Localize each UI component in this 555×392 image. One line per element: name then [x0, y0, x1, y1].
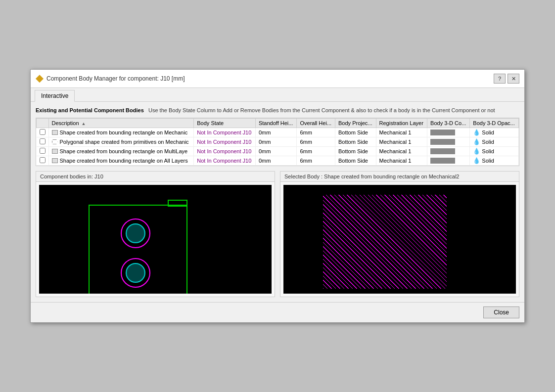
right-preview-canvas — [283, 185, 516, 294]
table-header-row: Description ▲ Body State Standoff Hei...… — [37, 118, 519, 128]
row-proj-3: Bottom Side — [335, 146, 376, 156]
row-standoff-1: 0mm — [255, 128, 297, 137]
tab-interactive[interactable]: Interactive — [35, 90, 75, 102]
col-body-3d-opac[interactable]: Body 3-D Opac... — [470, 118, 519, 128]
col-body-proj[interactable]: Body Projec... — [335, 118, 376, 128]
bodies-table: Description ▲ Body State Standoff Hei...… — [36, 118, 519, 166]
row-color-2[interactable] — [427, 137, 470, 146]
col-standoff[interactable]: Standoff Hei... — [255, 118, 297, 128]
row-icon-1 — [52, 130, 58, 135]
row-state-4[interactable]: Not In Component J10 — [194, 156, 256, 165]
opacity-icon-2: 💧 — [473, 138, 480, 145]
row-reglayer-4: Mechanical 1 — [376, 156, 427, 165]
checkbox-3[interactable] — [40, 148, 46, 154]
bodies-table-container: Description ▲ Body State Standoff Hei...… — [36, 118, 519, 166]
window-title: Component Body Manager for component: J1… — [46, 75, 185, 82]
sort-arrow: ▲ — [82, 121, 86, 126]
title-bar-left: Component Body Manager for component: J1… — [36, 75, 185, 83]
circle-inner-top — [126, 223, 145, 243]
table-row[interactable]: Shape created from bounding rectangle on… — [37, 128, 519, 137]
main-content: Existing and Potential Component Bodies … — [31, 102, 524, 302]
row-reglayer-1: Mechanical 1 — [376, 128, 427, 137]
row-check-1[interactable] — [37, 128, 49, 137]
row-overall-2: 6mm — [297, 137, 335, 146]
row-standoff-2: 0mm — [255, 137, 297, 146]
row-check-4[interactable] — [37, 156, 49, 165]
right-preview-label: Selected Body : Shape created from bound… — [280, 172, 519, 182]
tab-bar: Interactive — [31, 88, 524, 102]
color-swatch-1 — [430, 130, 455, 135]
table-row[interactable]: Shape created from bounding rectangle on… — [37, 146, 519, 156]
row-check-3[interactable] — [37, 146, 49, 156]
close-button[interactable]: Close — [483, 306, 519, 318]
opacity-icon-1: 💧 — [473, 129, 480, 136]
help-button[interactable]: ? — [494, 74, 506, 84]
row-overall-4: 6mm — [297, 156, 335, 165]
row-color-3[interactable] — [427, 146, 470, 156]
row-icon-3 — [52, 149, 58, 154]
section-description: Use the Body State Column to Add or Remo… — [148, 107, 495, 113]
row-standoff-4: 0mm — [255, 156, 297, 165]
left-preview-panel: Component bodies in: J10 — [36, 171, 275, 297]
checkbox-2[interactable] — [40, 138, 46, 144]
row-check-2[interactable] — [37, 137, 49, 146]
color-swatch-4 — [430, 158, 455, 164]
row-opac-1: 💧 Solid — [470, 128, 519, 137]
row-opac-3: 💧 Solid — [470, 146, 519, 156]
table-row[interactable]: Shape created from bounding rectangle on… — [37, 156, 519, 165]
row-standoff-3: 0mm — [255, 146, 297, 156]
col-overall[interactable]: Overall Hei... — [297, 118, 335, 128]
row-state-3[interactable]: Not In Component J10 — [194, 146, 256, 156]
checkbox-4[interactable] — [40, 157, 46, 163]
row-overall-3: 6mm — [297, 146, 335, 156]
main-window: Component Body Manager for component: J1… — [30, 69, 525, 322]
row-opac-4: 💧 Solid — [470, 156, 519, 165]
opacity-icon-3: 💧 — [473, 148, 480, 155]
row-color-1[interactable] — [427, 128, 470, 137]
circle-inner-bottom — [126, 263, 145, 283]
row-desc-4: Shape created from bounding rectangle on… — [48, 156, 194, 165]
hatch-rectangle — [323, 195, 447, 289]
title-bar-controls: ? ✕ — [494, 74, 519, 84]
col-body-3d-color[interactable]: Body 3-D Co... — [427, 118, 470, 128]
row-reglayer-2: Mechanical 1 — [376, 137, 427, 146]
app-icon — [36, 75, 44, 83]
previews-row: Component bodies in: J10 Selected Body :… — [36, 171, 519, 297]
row-icon-4 — [52, 158, 58, 163]
table-row[interactable]: Polygonal shape created from primitives … — [37, 137, 519, 146]
row-icon-2 — [52, 139, 58, 144]
title-bar: Component Body Manager for component: J1… — [31, 70, 524, 88]
row-reglayer-3: Mechanical 1 — [376, 146, 427, 156]
row-proj-1: Bottom Side — [335, 128, 376, 137]
window-close-button[interactable]: ✕ — [508, 74, 519, 84]
col-reg-layer[interactable]: Registration Layer — [376, 118, 427, 128]
right-preview-panel: Selected Body : Shape created from bound… — [280, 171, 519, 297]
table-wrapper: Description ▲ Body State Standoff Hei...… — [36, 118, 519, 166]
row-proj-2: Bottom Side — [335, 137, 376, 146]
row-color-4[interactable] — [427, 156, 470, 165]
col-check — [37, 118, 49, 128]
checkbox-1[interactable] — [40, 129, 46, 135]
footer: Close — [31, 302, 524, 322]
row-state-1[interactable]: Not In Component J10 — [194, 128, 256, 137]
col-description[interactable]: Description ▲ — [48, 118, 194, 128]
color-swatch-3 — [430, 148, 455, 154]
row-desc-3: Shape created from bounding rectangle on… — [48, 146, 194, 156]
row-desc-1: Shape created from bounding rectangle on… — [48, 128, 194, 137]
left-preview-label: Component bodies in: J10 — [36, 172, 275, 182]
green-tab-top — [168, 200, 187, 207]
opacity-icon-4: 💧 — [473, 157, 480, 164]
row-overall-1: 6mm — [297, 128, 335, 137]
row-opac-2: 💧 Solid — [470, 137, 519, 146]
row-desc-2: Polygonal shape created from primitives … — [48, 137, 194, 146]
row-proj-4: Bottom Side — [335, 156, 376, 165]
left-preview-canvas — [39, 185, 272, 294]
section-header: Existing and Potential Component Bodies … — [36, 107, 519, 114]
col-body-state[interactable]: Body State — [194, 118, 256, 128]
section-title: Existing and Potential Component Bodies — [36, 107, 144, 113]
row-state-2[interactable]: Not In Component J10 — [194, 137, 256, 146]
color-swatch-2 — [430, 139, 455, 145]
